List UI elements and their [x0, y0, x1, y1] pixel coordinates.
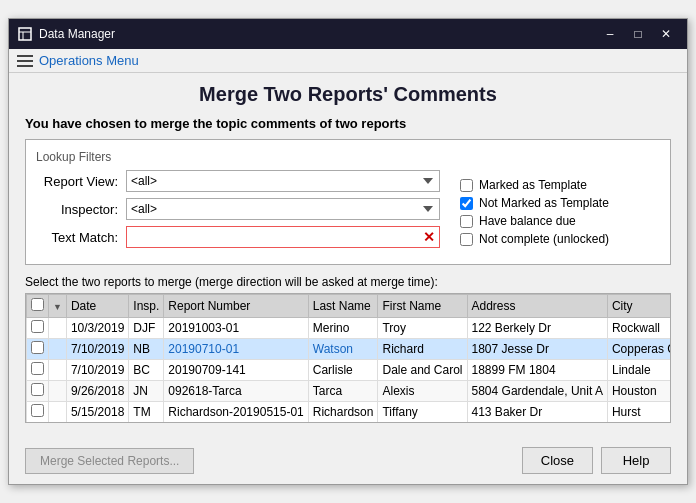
window-title: Data Manager	[39, 27, 597, 41]
close-button[interactable]: Close	[522, 447, 593, 474]
marked-template-label: Marked as Template	[479, 178, 587, 192]
operations-menu[interactable]: Operations Menu	[39, 53, 139, 68]
checkbox-not-complete: Not complete (unlocked)	[460, 232, 660, 246]
row-address: 18899 FM 1804	[467, 360, 607, 381]
row-first-name: Troy	[378, 318, 467, 339]
row-checkbox[interactable]	[31, 341, 44, 354]
not-marked-template-label: Not Marked as Template	[479, 196, 609, 210]
not-complete-checkbox[interactable]	[460, 233, 473, 246]
row-checkbox[interactable]	[31, 362, 44, 375]
row-report-number: Richardson-20190515-01	[164, 402, 308, 423]
row-date: 9/26/2018	[66, 381, 128, 402]
col-city[interactable]: City	[607, 295, 670, 318]
row-checkbox[interactable]	[31, 383, 44, 396]
row-checkbox-cell	[27, 339, 49, 360]
row-address: 1807 Jesse Dr	[467, 339, 607, 360]
row-indicator	[49, 318, 67, 339]
checkbox-marked-template: Marked as Template	[460, 178, 660, 192]
info-text: You have chosen to merge the topic comme…	[25, 116, 671, 131]
row-first-name: Tiffany	[378, 402, 467, 423]
table-row: 9/26/2018JN092618-TarcaTarcaAlexis5804 G…	[27, 381, 671, 402]
row-insp: BC	[129, 360, 164, 381]
row-insp: NB	[129, 339, 164, 360]
not-marked-template-checkbox[interactable]	[460, 197, 473, 210]
filters-left: Report View: <all> Inspector: <all> Text…	[36, 170, 440, 254]
help-button[interactable]: Help	[601, 447, 671, 474]
not-complete-label: Not complete (unlocked)	[479, 232, 609, 246]
col-date[interactable]: Date	[66, 295, 128, 318]
row-checkbox[interactable]	[31, 320, 44, 333]
svg-rect-0	[19, 28, 31, 40]
row-indicator	[49, 381, 67, 402]
balance-due-label: Have balance due	[479, 214, 576, 228]
bottom-bar: Merge Selected Reports... Close Help	[9, 441, 687, 484]
inspector-row: Inspector: <all>	[36, 198, 440, 220]
filters-label: Lookup Filters	[36, 150, 660, 164]
row-indicator	[49, 360, 67, 381]
row-last-name: Merino	[308, 318, 378, 339]
table-desc: Select the two reports to merge (merge d…	[25, 275, 671, 289]
table-body: 10/3/2019DJF20191003-01MerinoTroy122 Ber…	[27, 318, 671, 423]
row-first-name: Dale and Carol	[378, 360, 467, 381]
row-report-number: 20190709-141	[164, 360, 308, 381]
clear-text-button[interactable]: ✕	[419, 229, 439, 245]
table-row: 7/10/2019NB20190710-01WatsonRichard1807 …	[27, 339, 671, 360]
report-view-label: Report View:	[36, 174, 126, 189]
filters-row: Report View: <all> Inspector: <all> Text…	[36, 170, 660, 254]
row-report-number: 20190710-01	[164, 339, 308, 360]
text-match-wrap: ✕	[126, 226, 440, 248]
text-match-input[interactable]	[127, 230, 419, 244]
col-report-number[interactable]: Report Number	[164, 295, 308, 318]
row-last-name: Carlisle	[308, 360, 378, 381]
select-all-checkbox[interactable]	[31, 298, 44, 311]
maximize-button[interactable]: □	[625, 24, 651, 44]
reports-table: ▼ Date Insp. Report Number Last Name Fir…	[26, 294, 670, 423]
row-address: 5804 Gardendale, Unit A	[467, 381, 607, 402]
col-first-name[interactable]: First Name	[378, 295, 467, 318]
row-last-name: Watson	[308, 339, 378, 360]
row-report-number: 20191003-01	[164, 318, 308, 339]
checkbox-not-marked-template: Not Marked as Template	[460, 196, 660, 210]
row-last-name: Tarca	[308, 381, 378, 402]
text-match-label: Text Match:	[36, 230, 126, 245]
page-title: Merge Two Reports' Comments	[25, 83, 671, 106]
filters-right: Marked as Template Not Marked as Templat…	[460, 170, 660, 254]
row-city: Houston	[607, 381, 670, 402]
balance-due-checkbox[interactable]	[460, 215, 473, 228]
table-wrap: ▼ Date Insp. Report Number Last Name Fir…	[25, 293, 671, 423]
filter-panel: Lookup Filters Report View: <all> Inspec…	[25, 139, 671, 265]
minimize-button[interactable]: –	[597, 24, 623, 44]
row-last-name: Richardson	[308, 402, 378, 423]
row-insp: DJF	[129, 318, 164, 339]
row-insp: JN	[129, 381, 164, 402]
marked-template-checkbox[interactable]	[460, 179, 473, 192]
merge-selected-button[interactable]: Merge Selected Reports...	[25, 448, 194, 474]
title-bar: Data Manager – □ ✕	[9, 19, 687, 49]
report-view-select[interactable]: <all>	[126, 170, 440, 192]
col-select	[27, 295, 49, 318]
row-date: 7/10/2019	[66, 360, 128, 381]
inspector-select[interactable]: <all>	[126, 198, 440, 220]
hamburger-icon	[17, 55, 33, 67]
row-address: 413 Baker Dr	[467, 402, 607, 423]
text-match-row: Text Match: ✕	[36, 226, 440, 248]
inspector-label: Inspector:	[36, 202, 126, 217]
row-indicator	[49, 339, 67, 360]
action-buttons: Close Help	[522, 447, 671, 474]
row-indicator	[49, 402, 67, 423]
app-icon	[17, 26, 33, 42]
row-city: Copperas Cover	[607, 339, 670, 360]
row-city: Hurst	[607, 402, 670, 423]
col-last-name[interactable]: Last Name	[308, 295, 378, 318]
col-address[interactable]: Address	[467, 295, 607, 318]
checkbox-balance-due: Have balance due	[460, 214, 660, 228]
report-view-row: Report View: <all>	[36, 170, 440, 192]
row-first-name: Richard	[378, 339, 467, 360]
row-checkbox-cell	[27, 318, 49, 339]
col-insp[interactable]: Insp.	[129, 295, 164, 318]
col-sort: ▼	[49, 295, 67, 318]
close-window-button[interactable]: ✕	[653, 24, 679, 44]
window-controls: – □ ✕	[597, 24, 679, 44]
content-area: Merge Two Reports' Comments You have cho…	[9, 73, 687, 441]
row-checkbox[interactable]	[31, 404, 44, 417]
